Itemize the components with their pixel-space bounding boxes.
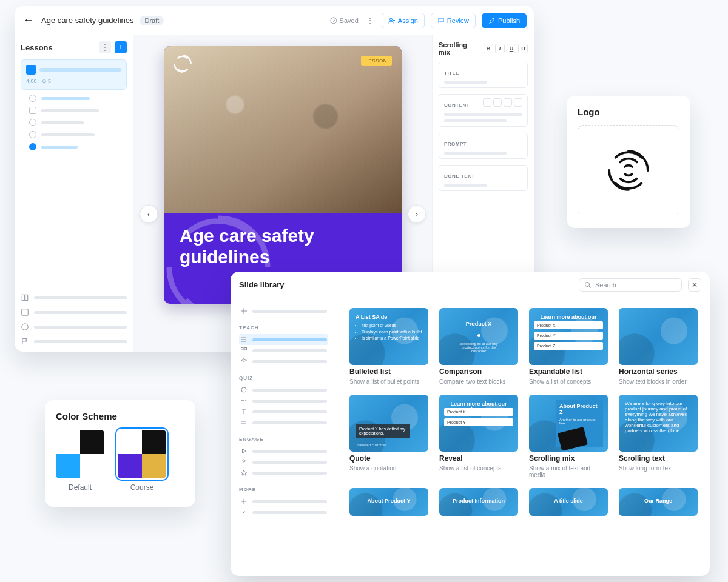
category-item[interactable] [239, 306, 328, 316]
fingerprint-swirl-icon [605, 147, 652, 193]
svg-rect-5 [241, 348, 244, 350]
footer-nav-item[interactable] [21, 308, 127, 316]
prev-slide-button[interactable]: ‹ [140, 205, 158, 223]
outline-item[interactable] [29, 107, 127, 114]
bold-button[interactable]: B [484, 44, 493, 53]
add-lesson-button[interactable]: + [115, 41, 127, 53]
template-subtitle: Show a list of concepts [529, 378, 608, 385]
category-item[interactable] [239, 496, 328, 507]
category-item[interactable] [239, 395, 328, 406]
svg-point-7 [241, 387, 246, 392]
outline-item[interactable] [29, 95, 127, 102]
slide-template-tile[interactable]: Learn more about our product rangeProduc… [439, 395, 518, 478]
slide-template-tile[interactable]: Product Information [439, 488, 518, 516]
template-thumbnail: We are a long way into our product journ… [619, 395, 698, 452]
back-button[interactable]: ← [22, 14, 35, 27]
tool-icon[interactable] [493, 98, 502, 107]
template-subtitle: Compare two text blocks [439, 378, 518, 385]
scheme-option-course[interactable]: Course [118, 430, 166, 492]
tool-icon[interactable] [504, 98, 512, 107]
prompt-field[interactable]: PROMPT [439, 133, 528, 159]
lessons-heading: Lessons [21, 43, 95, 52]
italic-button[interactable]: I [495, 44, 505, 53]
publish-button[interactable]: Publish [482, 13, 527, 28]
document-title: Age care safety guidelines [41, 16, 133, 25]
slide-type-label: Scrolling mix [439, 41, 480, 56]
category-item[interactable] [239, 345, 328, 356]
category-item[interactable] [239, 467, 328, 478]
textcase-button[interactable]: Tt [518, 44, 528, 53]
editor-topbar: ← Age care safety guidelines Draft Saved… [15, 6, 534, 35]
tool-icon[interactable] [514, 98, 522, 107]
logo-heading: Logo [578, 107, 679, 117]
template-thumbnail: A title slide [529, 488, 608, 516]
chat-icon [437, 17, 445, 24]
template-subtitle: Show text blocks in order [619, 378, 698, 385]
category-item[interactable] [239, 417, 328, 428]
library-heading: Slide library [239, 280, 573, 289]
content-field[interactable]: CONTENT [439, 94, 528, 127]
tool-icon[interactable] [483, 98, 491, 107]
next-slide-button[interactable]: › [408, 205, 426, 223]
slide-template-tile[interactable]: Learn more about our product rangeProduc… [529, 308, 608, 385]
outline-item[interactable] [29, 119, 127, 126]
category-item[interactable] [239, 384, 328, 395]
lessons-settings-button[interactable]: ⋮ [99, 41, 111, 53]
category-item[interactable] [239, 457, 328, 467]
category-item[interactable] [239, 334, 328, 345]
slide-preview[interactable]: LESSON Age care safety guidelines [164, 46, 402, 304]
outline-item[interactable] [29, 131, 127, 138]
title-field[interactable]: TITLE [439, 62, 528, 88]
template-thumbnail: About Product Y [349, 488, 428, 516]
footer-nav-item[interactable] [21, 323, 127, 331]
slide-template-tile[interactable]: Product X has defied my expectations.Sat… [349, 395, 428, 478]
status-badge: Draft [140, 16, 164, 25]
lesson-card[interactable]: 4:00 ⊙ 5 [21, 59, 127, 90]
template-title: Reveal [439, 454, 518, 463]
slide-template-tile[interactable]: About Product Y [349, 488, 428, 516]
link-icon [240, 509, 248, 516]
more-menu-button[interactable]: ⋮ [365, 16, 376, 25]
slide-template-tile[interactable]: A List SA defirst point of wordsDisplays… [349, 308, 428, 385]
plus-icon [240, 498, 248, 505]
template-title: Scrolling mix [529, 454, 608, 463]
template-thumbnail: About Product ZAnother in our product li… [529, 395, 608, 452]
slide-template-tile[interactable]: Product Xdescribing all of our key produ… [439, 308, 518, 385]
image-icon [21, 308, 29, 316]
category-item[interactable] [239, 356, 328, 367]
category-item[interactable] [239, 406, 328, 417]
slide-template-tile[interactable]: We are a long way into our product journ… [619, 395, 698, 478]
footer-nav-item[interactable] [21, 293, 127, 302]
library-search-input[interactable]: Search [579, 278, 682, 292]
underline-button[interactable]: U [507, 44, 516, 53]
done-text-field[interactable]: DONE TEXT [439, 165, 528, 191]
slide-template-tile[interactable]: Our Range [619, 488, 698, 516]
text-icon [240, 408, 248, 415]
svg-rect-6 [244, 348, 247, 350]
lesson-slide-count: 5 [48, 78, 51, 84]
template-thumbnail: Learn more about our product rangeProduc… [439, 395, 518, 452]
template-thumbnail: Learn more about our product rangeProduc… [529, 308, 608, 365]
section-label: TEACH [239, 325, 328, 330]
svg-point-11 [243, 460, 245, 462]
slide-template-tile[interactable]: About Product ZAnother in our product li… [529, 395, 608, 478]
scheme-option-default[interactable]: Default [56, 430, 104, 492]
template-title: Horizontal series [619, 367, 698, 376]
slide-hero-image: LESSON [164, 46, 402, 213]
template-subtitle: Show a list of concepts [439, 465, 518, 472]
slide-template-tile[interactable]: Horizontal seriesShow text blocks in ord… [619, 308, 698, 385]
footer-nav-item[interactable] [21, 337, 127, 346]
category-item[interactable] [239, 507, 328, 518]
logo-upload-card: Logo [567, 96, 690, 228]
outline-item-active[interactable] [29, 143, 127, 150]
logo-dropzone[interactable] [578, 125, 679, 215]
library-close-button[interactable]: ✕ [688, 278, 701, 292]
lesson-icon [26, 65, 36, 75]
assign-button[interactable]: Assign [382, 13, 425, 28]
review-button[interactable]: Review [431, 13, 476, 28]
slide-template-tile[interactable]: A title slide [529, 488, 608, 516]
category-item[interactable] [239, 446, 328, 457]
slide-tag: LESSON [361, 56, 392, 66]
palette-icon [21, 323, 29, 331]
grid-icon [240, 347, 248, 354]
